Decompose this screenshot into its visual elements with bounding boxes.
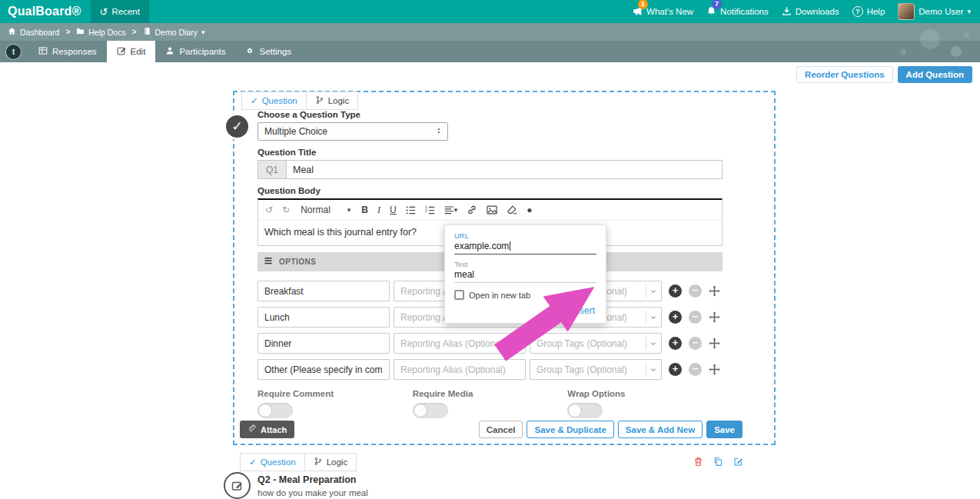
history-icon: ↺ (100, 6, 108, 18)
format-select[interactable]: Normal ▾ (299, 205, 352, 215)
remove-option-button[interactable]: − (689, 311, 702, 324)
remove-option-button[interactable]: − (689, 284, 702, 298)
tab-settings[interactable]: Settings (235, 41, 301, 62)
require-comment-toggle[interactable] (257, 403, 293, 418)
url-input[interactable]: example.com (454, 240, 596, 254)
question2-type-badge (224, 472, 251, 499)
special-char-button[interactable]: ● (527, 205, 532, 215)
delete-question-button[interactable] (693, 457, 703, 467)
question2-tab-question[interactable]: ✓ Question (240, 453, 305, 471)
question2-header-row: ✓ Question Logic (233, 453, 776, 471)
move-option-handle[interactable] (709, 285, 720, 297)
option-row: Group Tags (Optional) + − (257, 333, 723, 354)
remove-option-button[interactable]: − (689, 363, 702, 376)
option-tags-select[interactable]: Group Tags (Optional) (530, 359, 662, 380)
italic-button[interactable]: I (377, 205, 380, 215)
toggles-row: Require Comment Require Media Wrap Optio… (257, 389, 723, 418)
cancel-button[interactable]: Cancel (479, 421, 523, 438)
bullet-list-button[interactable] (406, 205, 416, 215)
add-option-button[interactable]: + (669, 363, 682, 376)
toggle-knob (568, 404, 582, 417)
option-value-input[interactable] (257, 359, 390, 380)
tab-responses[interactable]: Responses (28, 41, 107, 62)
whats-new-badge: 1 (638, 0, 648, 9)
paperclip-icon (247, 424, 256, 434)
add-option-button[interactable]: + (669, 337, 682, 350)
option-value-input[interactable] (257, 307, 390, 328)
option-value-input[interactable] (257, 281, 390, 301)
toggle-knob (414, 404, 427, 417)
whats-new-button[interactable]: 1 What's New (633, 6, 693, 18)
tab-settings-label: Settings (259, 47, 291, 56)
copy-question-button[interactable] (713, 457, 723, 467)
downloads-button[interactable]: Downloads (782, 6, 839, 18)
save-duplicate-button[interactable]: Save & Duplicate (527, 421, 613, 438)
clear-format-button[interactable] (507, 205, 517, 215)
gear-icon (245, 46, 254, 57)
wrap-options-toggle[interactable] (567, 403, 603, 418)
editor-tab-question[interactable]: ✓ Question (241, 91, 307, 110)
numbered-list-button[interactable]: 12 (425, 205, 435, 215)
notifications-label: Notifications (720, 7, 769, 16)
option-tags-select[interactable]: Group Tags (Optional) (530, 333, 662, 354)
help-button[interactable]: ? Help (852, 6, 885, 17)
save-add-new-button[interactable]: Save & Add New (618, 421, 703, 438)
breadcrumb-dashboard[interactable]: Dashboard (8, 27, 59, 37)
add-question-button[interactable]: Add Question (898, 66, 972, 83)
branch-icon (315, 95, 324, 106)
redo-button[interactable]: ↻ (282, 205, 290, 215)
open-new-tab-checkbox[interactable] (454, 290, 464, 300)
move-option-handle[interactable] (709, 311, 720, 323)
add-option-button[interactable]: + (669, 284, 682, 298)
help-label: Help (867, 7, 885, 16)
tab-edit[interactable]: Edit (107, 41, 156, 62)
question2-tab-question-label: Question (261, 457, 296, 467)
edit-question-button[interactable] (733, 457, 743, 467)
journal-compose-icon (231, 480, 244, 492)
undo-button[interactable]: ↺ (265, 205, 273, 215)
align-button[interactable]: ▾ (444, 205, 458, 215)
option-alias-input[interactable] (394, 333, 526, 354)
tab-responses-label: Responses (52, 47, 97, 56)
breadcrumb-help-docs[interactable]: Help Docs (76, 27, 125, 37)
editor-tab-logic[interactable]: Logic (307, 91, 359, 110)
option-value-input[interactable] (257, 333, 390, 354)
project-avatar[interactable]: t (5, 44, 22, 60)
recent-button[interactable]: ↺ Recent (91, 0, 149, 23)
require-media-label: Require Media (413, 389, 568, 398)
tab-participants[interactable]: Participants (155, 41, 235, 62)
image-button[interactable] (487, 205, 497, 215)
qualboard-logo[interactable]: QualBoard® (0, 5, 91, 18)
breadcrumb-separator: > (132, 28, 137, 36)
notifications-badge: 7 (712, 0, 722, 9)
list-icon (264, 256, 273, 268)
underline-button[interactable]: U (390, 205, 397, 215)
add-option-button[interactable]: + (669, 311, 682, 324)
text-input[interactable]: meal (454, 268, 596, 283)
question-type-select[interactable]: Multiple Choice (257, 122, 448, 141)
home-icon (8, 27, 16, 37)
attach-label: Attach (261, 425, 287, 434)
question2-actions (693, 453, 743, 467)
remove-option-button[interactable]: − (689, 337, 702, 350)
editor-actions: Cancel Save & Duplicate Save & Add New S… (479, 421, 742, 438)
notifications-button[interactable]: 7 Notifications (706, 6, 769, 18)
user-menu[interactable]: Demo User ▾ (898, 3, 971, 20)
reorder-questions-button[interactable]: Reorder Questions (796, 66, 893, 83)
move-option-handle[interactable] (709, 338, 720, 349)
chevron-down-icon (649, 314, 657, 321)
page-actions: Reorder Questions Add Question (796, 66, 972, 83)
save-button[interactable]: Save (706, 421, 742, 438)
option-alias-input[interactable] (394, 359, 526, 380)
require-media-toggle[interactable] (413, 403, 448, 418)
breadcrumb-demo-diary[interactable]: Demo Diary ▾ (143, 27, 205, 37)
question-title-input[interactable] (286, 160, 723, 179)
link-button[interactable] (467, 205, 477, 215)
open-new-tab-row: Open in new tab (454, 290, 596, 300)
attach-button[interactable]: Attach (240, 421, 294, 438)
question-complete-badge: ✓ (224, 113, 251, 140)
move-option-handle[interactable] (709, 364, 720, 375)
bold-button[interactable]: B (361, 205, 368, 215)
insert-link-button[interactable]: Insert (454, 304, 596, 316)
question2-tab-logic[interactable]: Logic (305, 453, 357, 471)
